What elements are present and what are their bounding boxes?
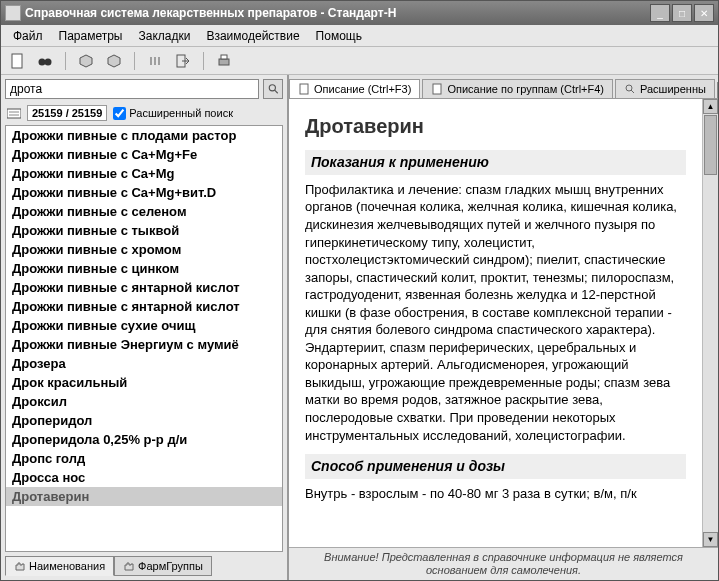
svg-rect-14 <box>300 84 308 94</box>
list-item[interactable]: Дрожжи пивные с янтарной кислот <box>6 297 282 316</box>
tab-extended[interactable]: Расширенны <box>615 79 715 98</box>
list-item[interactable]: Дроксил <box>6 392 282 411</box>
svg-rect-8 <box>221 55 227 59</box>
svg-point-1 <box>39 58 46 65</box>
menu-interaction[interactable]: Взаимодействие <box>198 26 307 46</box>
svg-rect-7 <box>219 59 229 65</box>
minimize-button[interactable]: _ <box>650 4 670 22</box>
section-indications-heading: Показания к применению <box>305 150 686 175</box>
svg-rect-11 <box>7 109 21 118</box>
list-item[interactable]: Дросса нос <box>6 468 282 487</box>
hand-icon <box>14 560 26 572</box>
svg-line-17 <box>631 90 634 93</box>
list-item[interactable]: Дрожжи пивные с Ca+Mg <box>6 164 282 183</box>
list-item[interactable]: Дропс голд <box>6 449 282 468</box>
list-item[interactable]: Дротаверин <box>6 487 282 506</box>
toolbar-exit-icon[interactable] <box>173 51 193 71</box>
result-count: 25159 / 25159 <box>27 105 107 121</box>
svg-rect-15 <box>433 84 441 94</box>
disclaimer: Внимание! Представленная в справочнике и… <box>289 547 718 580</box>
list-item[interactable]: Дрожжи пивные с Ca+Mg+Fe <box>6 145 282 164</box>
tab-names[interactable]: Наименования <box>5 556 114 576</box>
left-panel: 25159 / 25159 Расширенный поиск Дрожжи п… <box>1 75 289 580</box>
svg-line-10 <box>274 90 277 93</box>
magnifier-icon <box>267 84 280 94</box>
section-indications-text: Профилактика и лечение: спазм гладких мы… <box>305 181 686 444</box>
right-panel: Описание (Ctrl+F3) Описание по группам (… <box>289 75 718 580</box>
list-item[interactable]: Дрок красильный <box>6 373 282 392</box>
drug-list[interactable]: Дрожжи пивные с плодами расторДрожжи пив… <box>5 125 283 552</box>
menu-file[interactable]: Файл <box>5 26 51 46</box>
list-item[interactable]: Дрозера <box>6 354 282 373</box>
list-item[interactable]: Дроперидол <box>6 411 282 430</box>
toolbar-doc-icon[interactable] <box>7 51 27 71</box>
list-item[interactable]: Дрожжи пивные с плодами растор <box>6 126 282 145</box>
toolbar-print-icon[interactable] <box>214 51 234 71</box>
list-item[interactable]: Дрожжи пивные сухие очищ <box>6 316 282 335</box>
toolbar-binoculars-icon[interactable] <box>35 51 55 71</box>
list-item[interactable]: Дрожжи пивные с Ca+Mg+вит.D <box>6 183 282 202</box>
list-item[interactable]: Дрожжи пивные с янтарной кислот <box>6 278 282 297</box>
section-dosage-heading: Способ применения и дозы <box>305 454 686 479</box>
list-item[interactable]: Дрожжи пивные с тыквой <box>6 221 282 240</box>
app-icon <box>5 5 21 21</box>
svg-point-9 <box>269 85 275 91</box>
main-area: 25159 / 25159 Расширенный поиск Дрожжи п… <box>1 75 718 580</box>
toolbar-slider-icon[interactable] <box>145 51 165 71</box>
scroll-thumb[interactable] <box>704 115 717 175</box>
tab-description[interactable]: Описание (Ctrl+F3) <box>289 79 420 98</box>
content-scrollbar[interactable]: ▲ ▼ <box>702 99 718 547</box>
menu-bookmarks[interactable]: Закладки <box>130 26 198 46</box>
scroll-down-button[interactable]: ▼ <box>703 532 718 547</box>
menu-params[interactable]: Параметры <box>51 26 131 46</box>
content-tabs: Описание (Ctrl+F3) Описание по группам (… <box>289 75 718 99</box>
article-title: Дротаверин <box>305 113 686 140</box>
tab-pharmgroups[interactable]: ФармГруппы <box>114 556 212 576</box>
tab-group-description[interactable]: Описание по группам (Ctrl+F4) <box>422 79 613 98</box>
list-item[interactable]: Дроперидола 0,25% р-р д/и <box>6 430 282 449</box>
toolbar-cube2-icon[interactable] <box>104 51 124 71</box>
section-dosage-text: Внутрь - взрослым - по 40-80 мг 3 раза в… <box>305 485 686 503</box>
page-icon <box>431 83 443 95</box>
extended-search-label: Расширенный поиск <box>129 107 233 119</box>
list-item[interactable]: Дрожжи пивные с цинком <box>6 259 282 278</box>
magnifier-icon <box>624 83 636 95</box>
window-title: Справочная система лекарственных препара… <box>25 6 650 20</box>
hand-icon <box>123 560 135 572</box>
list-item[interactable]: Дрожжи пивные с хромом <box>6 240 282 259</box>
menubar: Файл Параметры Закладки Взаимодействие П… <box>1 25 718 47</box>
svg-rect-0 <box>12 54 22 68</box>
extended-search-checkbox[interactable]: Расширенный поиск <box>113 107 233 120</box>
keyboard-icon <box>7 107 21 119</box>
toolbar-cube1-icon[interactable] <box>76 51 96 71</box>
search-button[interactable] <box>263 79 283 99</box>
list-item[interactable]: Дрожжи пивные Энергиум с мумиё <box>6 335 282 354</box>
close-button[interactable]: ✕ <box>694 4 714 22</box>
scroll-up-button[interactable]: ▲ <box>703 99 718 114</box>
search-input[interactable] <box>5 79 259 99</box>
article-content: Дротаверин Показания к применению Профил… <box>289 99 702 547</box>
toolbar <box>1 47 718 75</box>
page-icon <box>298 83 310 95</box>
maximize-button[interactable]: □ <box>672 4 692 22</box>
menu-help[interactable]: Помощь <box>308 26 370 46</box>
titlebar: Справочная система лекарственных препара… <box>1 1 718 25</box>
tab-scroll-left[interactable]: ◄ <box>717 82 718 98</box>
list-item[interactable]: Дрожжи пивные с селеном <box>6 202 282 221</box>
svg-point-2 <box>45 58 52 65</box>
app-window: Справочная система лекарственных препара… <box>0 0 719 581</box>
